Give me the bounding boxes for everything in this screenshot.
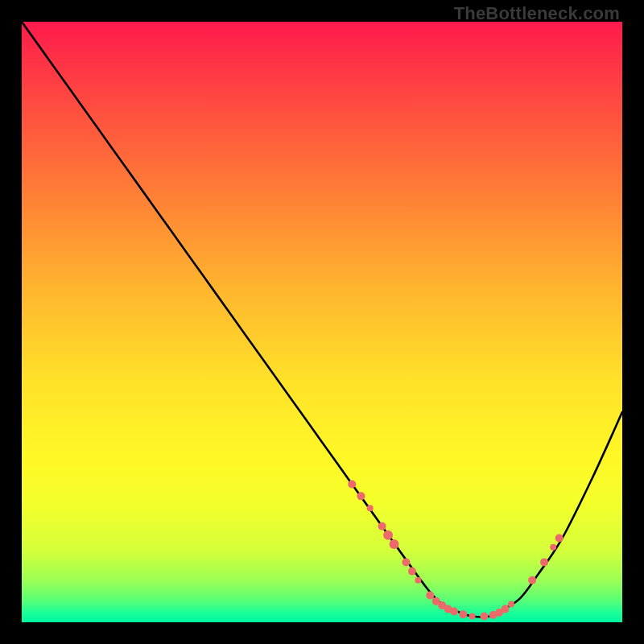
curve-marker — [357, 492, 365, 500]
curve-marker — [555, 535, 564, 543]
curve-marker — [408, 568, 416, 576]
curve-marker — [390, 539, 399, 549]
curve-marker — [469, 613, 476, 620]
curve-marker — [426, 591, 434, 599]
curve-marker — [528, 576, 536, 584]
curve-markers — [348, 480, 563, 620]
chart-frame: TheBottleneck.com — [0, 0, 644, 644]
curve-marker — [367, 505, 374, 511]
plot-area — [22, 22, 622, 622]
curve-marker — [459, 610, 467, 618]
curve-marker — [348, 480, 356, 488]
curve-marker — [378, 522, 386, 530]
curve-marker — [402, 558, 410, 566]
curve-marker — [450, 608, 458, 616]
curve-marker — [550, 544, 556, 551]
curve-marker — [415, 577, 421, 584]
curve-marker — [508, 601, 514, 608]
curve-marker — [502, 605, 510, 613]
bottleneck-curve — [22, 22, 622, 617]
curve-marker — [383, 530, 393, 540]
curve-marker — [540, 558, 548, 566]
curve-marker — [480, 613, 488, 621]
chart-svg — [22, 22, 622, 622]
